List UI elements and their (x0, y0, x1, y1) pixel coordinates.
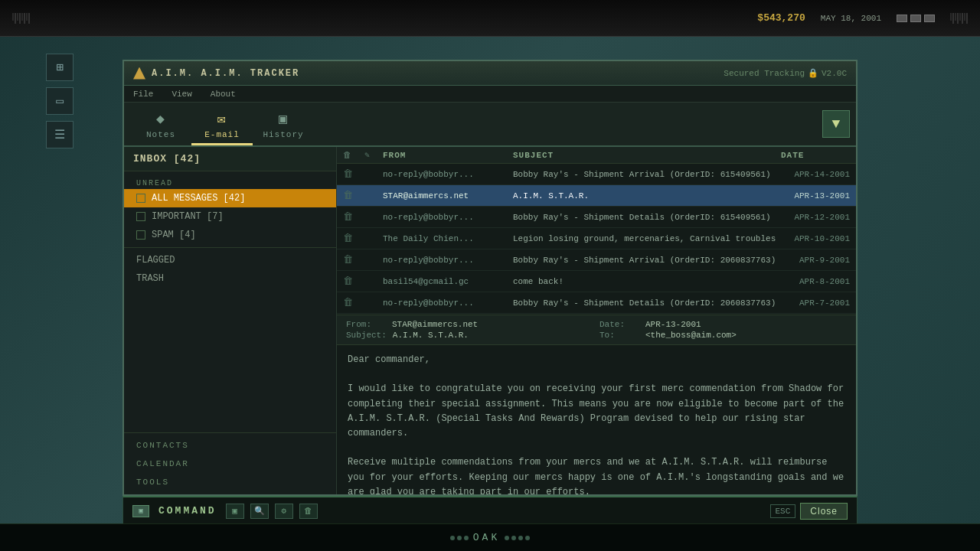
sidebar-doc-button[interactable]: ☰ (46, 121, 74, 148)
date-display: MAY 18, 2001 (821, 14, 881, 23)
cmd-tool-search[interactable]: 🔍 (250, 504, 269, 519)
sidebar-folder-button[interactable]: ▭ (46, 87, 74, 115)
from-7: no-reply@bobbyr... (383, 298, 513, 308)
aim-logo-icon (133, 67, 145, 80)
col-flag: ✎ (364, 150, 383, 160)
tab-email[interactable]: ✉ E-mail (191, 106, 253, 145)
email-row[interactable]: 🗑 no-reply@bobbyr... Bobby Ray's - Shipm… (337, 207, 856, 228)
nav-tools[interactable]: TOOLS (124, 473, 336, 491)
subject-label: Subject: (346, 331, 387, 340)
window-title: A.I.M. A.I.M. TRACKER (152, 68, 299, 79)
title-bar-left: A.I.M. A.I.M. TRACKER (133, 67, 299, 80)
subject-7: Bobby Ray's - Shipment Details (OrderID:… (513, 298, 781, 308)
preview-from-field: From: STAR@aimmercs.net (346, 320, 593, 329)
cmd-tool-save[interactable]: ▣ (226, 504, 244, 519)
folder-divider-1 (124, 247, 336, 248)
preview-date: APR-13-2001 (645, 320, 701, 329)
menu-file[interactable]: File (130, 90, 156, 99)
aim-prefix: A.I.M. (152, 68, 194, 79)
menu-view[interactable]: View (168, 90, 194, 99)
status-icon-1 (897, 15, 907, 22)
delete-email-1[interactable]: 🗑 (343, 168, 364, 180)
folder-important[interactable]: IMPORTANT [7] (124, 207, 336, 226)
tab-notes[interactable]: ◆ Notes (130, 106, 191, 145)
preview-subject-field: Subject: A.I.M. S.T.A.R. (346, 331, 593, 340)
delete-email-3[interactable]: 🗑 (343, 211, 364, 223)
from-3: no-reply@bobbyr... (383, 213, 513, 222)
delete-email-4[interactable]: 🗑 (343, 233, 364, 244)
email-row[interactable]: 🗑 STAR@aimmercs.net A.I.M. S.T.A.R. APR-… (337, 185, 856, 207)
secured-tracking-label: Secured Tracking (724, 69, 805, 78)
date-1: APR-14-2001 (781, 170, 850, 179)
col-subject: SUBJECT (513, 151, 781, 160)
sidebar-grid-button[interactable]: ⊞ (46, 54, 74, 81)
folder-trash[interactable]: TRASH (124, 269, 336, 288)
folder-important-checkbox (136, 212, 145, 221)
folder-all-label: ALL MESSAGES [42] (152, 193, 324, 204)
from-6: basil54@gcmail.gc (383, 277, 513, 286)
folder-all-messages[interactable]: ALL MESSAGES [42] (124, 189, 336, 207)
bottom-taskbar: OAK (0, 523, 980, 551)
command-label: COMMAND (158, 505, 217, 517)
email-body[interactable]: Dear commander, I would like to congratu… (337, 345, 856, 494)
cmd-tool-delete[interactable]: 🗑 (299, 504, 318, 519)
notes-tab-label: Notes (146, 130, 175, 139)
email-row[interactable]: 🗑 no-reply@bobbyr... Bobby Ray's - Shipm… (337, 249, 856, 271)
folder-flagged[interactable]: FLAGGED (124, 251, 336, 269)
command-right: ESC Close (770, 503, 848, 520)
title-bar: A.I.M. A.I.M. TRACKER Secured Tracking 🔒… (124, 61, 856, 86)
email-row[interactable]: 🗑 basil54@gcmail.gc come back! APR-8-200… (337, 271, 856, 292)
tab-dropdown-button[interactable]: ▼ (822, 110, 850, 138)
tab-bar: ◆ Notes ✉ E-mail ▣ History ▼ (124, 103, 856, 147)
corner-decoration-left (12, 13, 30, 24)
email-row[interactable]: 🗑 no-reply@bobbyr... Bobby Ray's - Shipm… (337, 292, 856, 314)
from-2: STAR@aimmercs.net (383, 191, 513, 201)
folder-spam-checkbox (136, 230, 145, 240)
status-icons (897, 15, 935, 22)
close-button[interactable]: Close (800, 503, 848, 520)
history-tab-icon: ▣ (279, 110, 288, 127)
preview-from: STAR@aimmercs.net (392, 320, 478, 329)
main-window: A.I.M. A.I.M. TRACKER Secured Tracking 🔒… (122, 60, 858, 496)
to-label: To: (599, 331, 639, 340)
command-left: ▣ COMMAND ▣ 🔍 ⚙ 🗑 (132, 504, 318, 519)
folder-spam[interactable]: SPAM [4] (124, 226, 336, 244)
subject-4: Legion losing ground, mercenaries, Carni… (513, 234, 781, 243)
from-4: The Daily Chien... (383, 234, 513, 243)
subject-3: Bobby Ray's - Shipment Details (OrderID:… (513, 213, 781, 222)
inbox-header: INBOX [42] (124, 147, 336, 171)
top-bar: $543,270 MAY 18, 2001 (0, 0, 980, 37)
preview-subject: A.I.M. S.T.A.R. (393, 331, 469, 340)
dot-5 (511, 536, 516, 540)
email-list[interactable]: 🗑 ✎ FROM SUBJECT DATE 🗑 no-reply@bobbyr.… (337, 147, 856, 315)
date-2: APR-13-2001 (781, 191, 850, 201)
preview-to: <the_boss@aim.com> (645, 331, 737, 340)
nav-contacts[interactable]: CONTACTS (124, 436, 336, 455)
folder-spam-label: SPAM [4] (152, 230, 324, 240)
delete-email-7[interactable]: 🗑 (343, 297, 364, 308)
money-display: $543,270 (757, 12, 805, 24)
nav-calendar[interactable]: CALENDAR (124, 455, 336, 473)
date-3: APR-12-2001 (781, 213, 850, 222)
email-row[interactable]: 🗑 The Daily Chien... Legion losing groun… (337, 228, 856, 249)
tab-history[interactable]: ▣ History (253, 106, 314, 145)
inbox-title: INBOX [42] (133, 153, 201, 165)
folder-flagged-label: FLAGGED (136, 255, 324, 266)
from-1: no-reply@bobbyr... (383, 170, 513, 179)
cmd-tool-settings[interactable]: ⚙ (275, 504, 293, 519)
notes-tab-icon: ◆ (156, 110, 165, 127)
date-4: APR-10-2001 (781, 234, 850, 243)
delete-email-5[interactable]: 🗑 (343, 254, 364, 266)
dot-7 (525, 536, 530, 540)
col-date: DATE (781, 151, 850, 160)
email-row[interactable]: 🗑 no-reply@bobbyr... Bobby Ray's - Shipm… (337, 164, 856, 185)
preview-date-field: Date: APR-13-2001 (599, 320, 847, 329)
menu-about[interactable]: About (207, 90, 239, 99)
col-from: FROM (383, 151, 513, 160)
subject-1: Bobby Ray's - Shipment Arrival (OrderID:… (513, 170, 781, 179)
delete-email-6[interactable]: 🗑 (343, 276, 364, 287)
taskbar-dots-left (450, 536, 469, 540)
folder-all-checkbox (136, 194, 145, 203)
dot-6 (518, 536, 523, 540)
delete-email-2[interactable]: 🗑 (343, 190, 364, 201)
